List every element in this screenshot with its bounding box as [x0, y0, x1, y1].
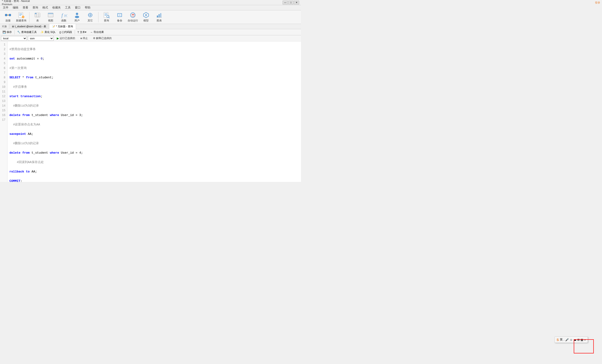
svg-point-28 — [89, 14, 91, 16]
code-line-6: start transaction; — [10, 94, 299, 99]
tab-query[interactable]: 📝 * 无标题 - 查询 — [49, 24, 76, 29]
toolbar-other[interactable]: 其它 — [84, 11, 96, 23]
code-line-7: #删除id为3的记录 — [10, 104, 299, 108]
explain-button[interactable]: ⚙ 解释已选择的 — [91, 36, 114, 41]
menu-edit[interactable]: 编辑 — [11, 5, 20, 10]
query-icon — [103, 12, 110, 18]
svg-rect-48 — [160, 13, 161, 17]
sql-editor[interactable]: 12345678 91011121314151617 #禁用自动提交事务 set… — [0, 42, 301, 182]
text-button[interactable]: T 文本▾ — [76, 30, 88, 35]
sec-sep-2 — [75, 30, 75, 34]
toolbar-backup[interactable]: 备份 — [114, 11, 126, 23]
code-line-5: #开启事务 — [10, 85, 299, 89]
beautify-icon: ✨ — [41, 31, 44, 34]
toolbar-model[interactable]: 模型 — [140, 11, 152, 23]
toolbar-sep-2 — [98, 12, 98, 22]
code-content[interactable]: #禁用自动提交事务 set autocommit = 0; #第一次查询 SEL… — [8, 42, 301, 182]
menu-window[interactable]: 窗口 — [73, 5, 82, 10]
code-line-3: #第一次查询 — [10, 66, 299, 71]
run-icon: ▶ — [57, 37, 59, 40]
save-button[interactable]: 💾 保存 — [1, 30, 13, 35]
svg-rect-1 — [9, 14, 11, 16]
svg-point-45 — [145, 14, 147, 16]
toolbar-view[interactable]: 视图 — [44, 11, 57, 23]
menu-format[interactable]: 格式 — [41, 5, 50, 10]
toolbar-function[interactable]: f (x) 函数 — [58, 11, 70, 23]
svg-rect-0 — [5, 14, 7, 16]
minimize-button[interactable]: — — [283, 1, 288, 4]
code-snippet-button[interactable]: {} { }代码段 — [58, 30, 74, 35]
svg-text:⏰: ⏰ — [131, 14, 135, 17]
toolbar-new-query[interactable]: 新建查询 — [15, 11, 27, 23]
object-tab-bar: 对象 ⊞ t_student @ssm (local) - 表 📝 * 无标题 … — [0, 24, 301, 29]
svg-text:(x): (x) — [64, 14, 67, 17]
svg-line-38 — [109, 17, 109, 18]
menu-tools[interactable]: 工具 — [63, 5, 73, 10]
query-creator-icon: 🔧 — [17, 31, 21, 34]
code-line-12: delete from t_student where User_id = 4; — [10, 151, 299, 155]
run-selected-button[interactable]: ▶ 运行已选择的 — [55, 36, 77, 41]
menu-bar: 文件 编辑 查看 查询 格式 收藏夹 工具 窗口 帮助 登录 — [0, 5, 301, 10]
table-tab-icon: ⊞ — [12, 25, 14, 28]
beautify-sql-button[interactable]: ✨ 美化 SQL — [39, 30, 57, 35]
code-line-15: COMMIT; — [10, 179, 299, 182]
maximize-button[interactable]: □ — [288, 1, 293, 4]
backup-icon — [116, 12, 123, 18]
sec-sep-1 — [14, 30, 15, 34]
menu-favorites[interactable]: 收藏夹 — [50, 5, 63, 10]
export-results-button[interactable]: → 导出结果 — [88, 30, 106, 35]
svg-rect-47 — [159, 14, 160, 17]
menu-help[interactable]: 帮助 — [83, 5, 92, 10]
toolbar-table[interactable]: 表 — [31, 11, 43, 23]
code-line-9: #设置保存点名为AA — [10, 122, 299, 127]
code-icon: {} — [59, 31, 61, 34]
toolbar-chart[interactable]: 图表 — [153, 11, 165, 23]
code-line-10: savepoint AA; — [10, 132, 299, 136]
stop-button[interactable]: ■ 停止 — [78, 36, 90, 41]
text-icon: T — [77, 31, 79, 34]
toolbar-autorun[interactable]: ⏰ 自动运行 — [127, 11, 139, 23]
code-line-8: delete from t_student where User_id = 3; — [10, 113, 299, 118]
tab-t-student[interactable]: ⊞ t_student @ssm (local) - 表 — [9, 24, 49, 29]
svg-text:f: f — [62, 13, 63, 18]
svg-rect-46 — [157, 16, 158, 17]
stop-icon: ■ — [80, 37, 82, 40]
main-toolbar: 连接 新建查询 — [0, 10, 301, 24]
window-controls[interactable]: — □ ✕ — [283, 1, 299, 4]
svg-rect-20 — [48, 13, 53, 14]
query-creator-button[interactable]: 🔧 查询创建工具 — [16, 30, 38, 35]
close-button[interactable]: ✕ — [294, 1, 299, 4]
toolbar-sep-1 — [29, 12, 30, 22]
function-icon: f (x) — [61, 12, 67, 18]
secondary-toolbar: 💾 保存 🔧 查询创建工具 ✨ 美化 SQL {} { }代码段 T 文本▾ →… — [0, 29, 301, 35]
toolbar-connect[interactable]: 连接 — [2, 11, 14, 23]
svg-rect-17 — [35, 13, 36, 14]
menu-query[interactable]: 查询 — [31, 5, 40, 10]
code-line-4: SELECT * from t_student; — [10, 75, 299, 80]
svg-point-25 — [76, 13, 78, 15]
model-icon — [143, 12, 149, 18]
object-label: 对象 — [0, 24, 9, 29]
svg-point-26 — [75, 16, 79, 18]
code-line-1: #禁用自动提交事务 — [10, 47, 299, 52]
user-icon — [74, 12, 80, 18]
connect-icon — [5, 12, 11, 18]
toolbar-user[interactable]: 用户 — [71, 11, 83, 23]
export-icon: → — [90, 31, 93, 34]
explain-icon: ⚙ — [93, 37, 95, 40]
connection-bar: local ssm ▶ 运行已选择的 ■ 停止 ⚙ 解释已选择的 — [0, 35, 301, 42]
query-tab-icon: 📝 — [52, 25, 55, 28]
menu-view[interactable]: 查看 — [21, 5, 30, 10]
autorun-icon: ⏰ — [129, 12, 136, 18]
connection-select[interactable]: local — [1, 36, 27, 41]
svg-point-3 — [8, 15, 9, 16]
save-icon: 💾 — [3, 31, 6, 34]
toolbar-query[interactable]: 查询 — [100, 11, 113, 23]
title-bar: * 无标题 - 查询 - Navicat Premium — □ ✕ — [0, 0, 301, 5]
menu-file[interactable]: 文件 — [1, 5, 10, 10]
new-query-icon — [18, 12, 24, 18]
code-line-11: #删除id为3的记录 — [10, 141, 299, 146]
code-line-14: rollback to AA; — [10, 169, 299, 174]
database-select[interactable]: ssm — [28, 36, 54, 41]
chart-icon — [156, 12, 162, 18]
